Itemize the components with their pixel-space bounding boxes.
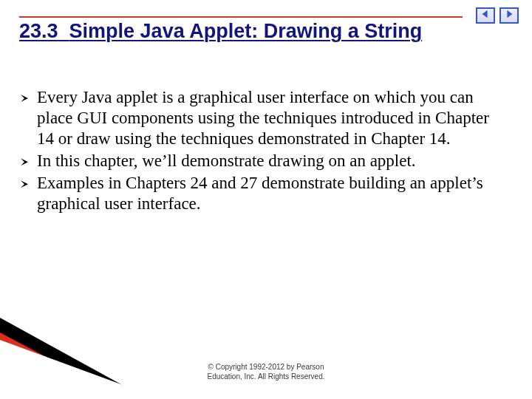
copyright-footer: © Copyright 1992-2012 by Pearson Educati…	[0, 363, 532, 381]
title-rule	[19, 16, 463, 18]
bullet-text: Examples in Chapters 24 and 27 demonstra…	[37, 174, 483, 213]
arrow-right-icon	[504, 9, 514, 22]
section-number: 23.3	[19, 20, 58, 42]
svg-marker-2	[0, 318, 148, 399]
arrow-left-icon	[480, 9, 491, 22]
svg-marker-0	[482, 10, 488, 18]
next-slide-button[interactable]	[499, 7, 519, 24]
title-block: 23.3 Simple Java Applet: Drawing a Strin…	[19, 16, 463, 43]
list-item: Every Java applet is a graphical user in…	[37, 87, 502, 149]
title-text: Simple Java Applet: Drawing a String	[69, 20, 423, 42]
page-title: 23.3 Simple Java Applet: Drawing a Strin…	[19, 19, 463, 43]
corner-decoration-icon	[0, 318, 177, 399]
svg-marker-1	[507, 10, 512, 18]
bullet-text: Every Java applet is a graphical user in…	[37, 88, 489, 148]
bullet-text: In this chapter, we’ll demonstrate drawi…	[37, 151, 416, 170]
list-item: Examples in Chapters 24 and 27 demonstra…	[37, 173, 502, 214]
prev-slide-button[interactable]	[476, 7, 495, 24]
footer-line: © Copyright 1992-2012 by Pearson	[0, 363, 532, 372]
footer-line: Education, Inc. All Rights Reserved.	[0, 372, 532, 382]
slide-nav	[476, 7, 519, 24]
bullet-list: Every Java applet is a graphical user in…	[37, 87, 502, 216]
slide: 23.3 Simple Java Applet: Drawing a Strin…	[0, 0, 532, 399]
list-item: In this chapter, we’ll demonstrate drawi…	[37, 151, 502, 171]
